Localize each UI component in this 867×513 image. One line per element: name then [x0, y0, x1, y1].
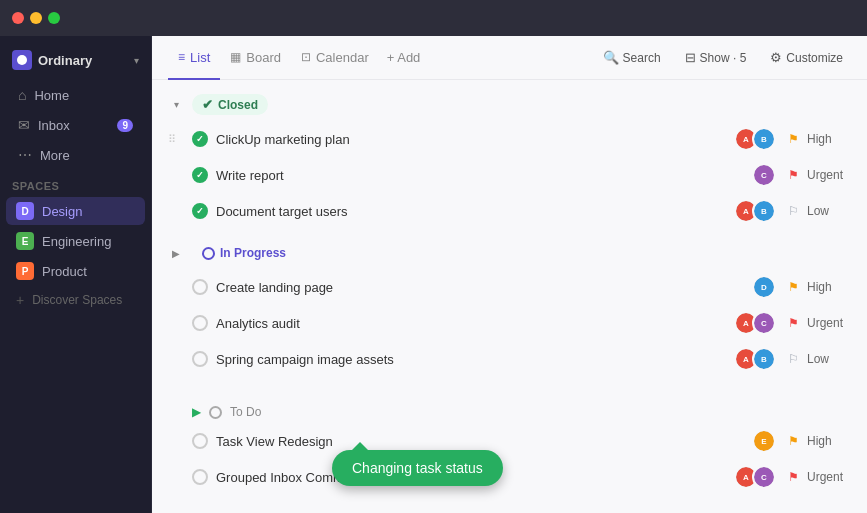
main-content: ≡ List ▦ Board ⊡ Calendar + Add 🔍 Search [152, 36, 867, 513]
priority-flag-high: ⚑ [788, 132, 799, 146]
in-progress-status-badge: In Progress [192, 243, 296, 263]
arrow-icon: ▶ [192, 405, 201, 419]
task-name-t5: Analytics audit [216, 316, 726, 331]
sidebar-item-product[interactable]: P Product [6, 257, 145, 285]
priority-label-t3: Low [807, 204, 851, 218]
avatar: C [752, 311, 776, 335]
avatar-group-t5: A C [734, 311, 776, 335]
priority-label-t6: Low [807, 352, 851, 366]
sidebar-item-more[interactable]: ⋯ More [6, 141, 145, 169]
changing-task-tooltip: Changing task status [332, 450, 503, 486]
task-checkbox-t1[interactable] [192, 131, 208, 147]
tab-calendar[interactable]: ⊡ Calendar [291, 36, 379, 80]
svg-point-0 [17, 55, 27, 65]
home-icon: ⌂ [18, 87, 26, 103]
show-label: Show · 5 [700, 51, 747, 65]
sidebar-item-more-label: More [40, 148, 70, 163]
sidebar-item-home[interactable]: ⌂ Home [6, 81, 145, 109]
priority-label-t7: High [807, 434, 851, 448]
task-row[interactable]: Grouped Inbox Comments A C ⚑ Urgent [152, 459, 867, 495]
progress-circle-icon [202, 247, 215, 260]
show-button[interactable]: ⊟ Show · 5 [677, 46, 755, 69]
task-checkbox-t8[interactable] [192, 469, 208, 485]
task-name-t3: Document target users [216, 204, 726, 219]
calendar-icon: ⊡ [301, 50, 311, 64]
add-view-button[interactable]: + Add [379, 50, 429, 65]
task-row[interactable]: Spring campaign image assets A B ⚐ Low [152, 341, 867, 377]
workspace-header[interactable]: Ordinary ▾ [0, 44, 151, 80]
check-icon: ✔ [202, 97, 213, 112]
tab-calendar-label: Calendar [316, 50, 369, 65]
group-chevron-closed: ▾ [168, 97, 184, 113]
avatar-group-t6: A B [734, 347, 776, 371]
task-checkbox-t7[interactable] [192, 433, 208, 449]
avatar-group-t3: A B [734, 199, 776, 223]
task-name-t6: Spring campaign image assets [216, 352, 726, 367]
workspace-name: Ordinary [38, 53, 128, 68]
priority-flag-high: ⚑ [788, 280, 799, 294]
more-icon: ⋯ [18, 147, 32, 163]
search-icon: 🔍 [603, 50, 619, 65]
close-button[interactable] [12, 12, 24, 24]
customize-icon: ⚙ [770, 50, 782, 65]
inbox-icon: ✉ [18, 117, 30, 133]
priority-label-t8: Urgent [807, 470, 851, 484]
task-name-t4: Create landing page [216, 280, 744, 295]
tab-list[interactable]: ≡ List [168, 36, 220, 80]
task-checkbox-t5[interactable] [192, 315, 208, 331]
customize-button[interactable]: ⚙ Customize [762, 46, 851, 69]
content-area: ▾ ✔ Closed ⠿ ClickUp marketing plan A B … [152, 80, 867, 513]
discover-spaces-label: Discover Spaces [32, 293, 122, 307]
add-view-label: + Add [387, 50, 421, 65]
priority-label-t5: Urgent [807, 316, 851, 330]
maximize-button[interactable] [48, 12, 60, 24]
task-row[interactable]: Analytics audit A C ⚑ Urgent [152, 305, 867, 341]
titlebar [0, 0, 867, 36]
task-row[interactable]: Create landing page D ⚑ High [152, 269, 867, 305]
task-checkbox-t4[interactable] [192, 279, 208, 295]
show-icon: ⊟ [685, 50, 696, 65]
plus-icon: + [16, 292, 24, 308]
sidebar-item-engineering[interactable]: E Engineering [6, 227, 145, 255]
tab-list-label: List [190, 50, 210, 65]
task-row[interactable]: ⠿ ClickUp marketing plan A B ⚑ High [152, 121, 867, 157]
task-checkbox-t3[interactable] [192, 203, 208, 219]
task-checkbox-t6[interactable] [192, 351, 208, 367]
sidebar: Ordinary ▾ ⌂ Home ✉ Inbox 9 ⋯ More Space… [0, 36, 152, 513]
group-header-closed[interactable]: ▾ ✔ Closed [152, 88, 867, 121]
inbox-badge: 9 [117, 119, 133, 132]
workspace-icon [12, 50, 32, 70]
sidebar-item-design[interactable]: D Design [6, 197, 145, 225]
traffic-lights [12, 12, 60, 24]
todo-circle-icon [209, 406, 222, 419]
engineering-space-icon: E [16, 232, 34, 250]
drag-handle-icon: ⠿ [168, 133, 176, 146]
sidebar-item-inbox[interactable]: ✉ Inbox 9 [6, 111, 145, 139]
discover-spaces-button[interactable]: + Discover Spaces [6, 287, 145, 313]
todo-label: To Do [230, 405, 261, 419]
priority-flag-low: ⚐ [788, 352, 799, 366]
view-tabs: ≡ List ▦ Board ⊡ Calendar + Add 🔍 Search [152, 36, 867, 80]
group-header-in-progress[interactable]: ▶ In Progress [152, 237, 867, 269]
tab-board[interactable]: ▦ Board [220, 36, 291, 80]
search-button[interactable]: 🔍 Search [595, 46, 669, 69]
task-row[interactable]: Write report C ⚑ Urgent [152, 157, 867, 193]
sidebar-item-home-label: Home [34, 88, 69, 103]
priority-flag-urgent: ⚑ [788, 168, 799, 182]
minimize-button[interactable] [30, 12, 42, 24]
task-row[interactable]: Task View Redesign E ⚑ High [152, 423, 867, 459]
task-row[interactable]: Document target users A B ⚐ Low [152, 193, 867, 229]
design-space-icon: D [16, 202, 34, 220]
design-space-label: Design [42, 204, 82, 219]
avatar-group-t2: C [752, 163, 776, 187]
task-checkbox-t2[interactable] [192, 167, 208, 183]
avatar-group-t7: E [752, 429, 776, 453]
avatar-group-t1: A B [734, 127, 776, 151]
search-label: Search [623, 51, 661, 65]
priority-flag-high: ⚑ [788, 434, 799, 448]
spaces-section-label: Spaces [0, 170, 151, 196]
priority-label-t1: High [807, 132, 851, 146]
tab-board-label: Board [246, 50, 281, 65]
product-space-label: Product [42, 264, 87, 279]
group-chevron-progress: ▶ [168, 245, 184, 261]
